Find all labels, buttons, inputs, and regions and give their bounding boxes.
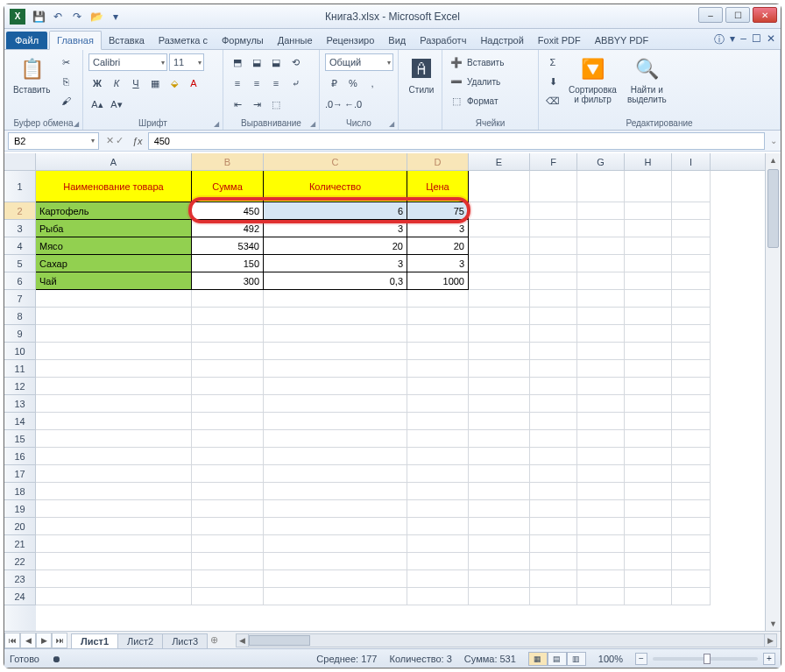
scroll-thumb[interactable]: [767, 169, 779, 248]
row-header[interactable]: 17: [4, 465, 36, 483]
cell[interactable]: [625, 588, 672, 605]
cell[interactable]: [36, 395, 192, 413]
cell[interactable]: [192, 570, 264, 588]
sheet-tab[interactable]: Лист3: [162, 633, 208, 648]
dialog-launcher-icon[interactable]: ◢: [389, 120, 394, 128]
row-header[interactable]: 19: [4, 500, 36, 518]
cell[interactable]: [407, 360, 469, 378]
cell[interactable]: [625, 171, 672, 202]
cell[interactable]: [625, 378, 672, 395]
cell[interactable]: [264, 588, 407, 605]
cell[interactable]: 75: [407, 202, 469, 220]
styles-button[interactable]: 🅰 Стили: [404, 53, 439, 96]
shrink-font-icon[interactable]: A▾: [108, 95, 125, 113]
cell[interactable]: [672, 518, 711, 535]
column-header[interactable]: C: [264, 153, 407, 170]
cell[interactable]: [407, 518, 469, 535]
cut-icon[interactable]: ✂: [57, 53, 74, 71]
cell[interactable]: [625, 325, 672, 343]
font-name-combo[interactable]: Calibri▾: [88, 53, 167, 71]
scroll-right-icon[interactable]: ▶: [764, 634, 776, 647]
row-header[interactable]: 8: [4, 308, 36, 325]
grow-font-icon[interactable]: A▴: [88, 95, 106, 113]
cell[interactable]: [577, 395, 625, 413]
cell[interactable]: [192, 343, 264, 360]
ribbon-tab-6[interactable]: Вид: [381, 32, 413, 49]
cell[interactable]: [469, 308, 530, 325]
bold-button[interactable]: Ж: [88, 74, 106, 92]
cell[interactable]: [36, 413, 192, 430]
row-header[interactable]: 20: [4, 518, 36, 535]
cell[interactable]: [469, 430, 530, 448]
doc-minimize-button[interactable]: –: [740, 32, 746, 47]
insert-cells-button[interactable]: Вставить: [467, 58, 504, 67]
qat-dropdown-icon[interactable]: ▾: [108, 9, 124, 25]
row-header[interactable]: 3: [4, 220, 36, 237]
cell[interactable]: [469, 272, 530, 290]
cell[interactable]: [264, 325, 407, 343]
fill-color-button[interactable]: ⬙: [166, 74, 183, 92]
cell[interactable]: [577, 535, 625, 553]
row-header[interactable]: 4: [4, 237, 36, 255]
cell[interactable]: [469, 483, 530, 500]
ribbon-tab-3[interactable]: Формулы: [215, 32, 271, 49]
cell[interactable]: [264, 290, 407, 308]
cell[interactable]: [530, 535, 577, 553]
cancel-icon[interactable]: ✕: [106, 135, 114, 146]
cell[interactable]: [469, 395, 530, 413]
doc-restore-button[interactable]: ☐: [752, 32, 761, 47]
cell[interactable]: [625, 413, 672, 430]
align-left-icon[interactable]: ≡: [229, 74, 246, 92]
cell[interactable]: [407, 395, 469, 413]
cell[interactable]: [672, 588, 711, 605]
ribbon-minimize-icon[interactable]: ▾: [730, 32, 735, 47]
formula-input[interactable]: 450: [148, 132, 765, 150]
cell[interactable]: [530, 448, 577, 465]
comma-icon[interactable]: ,: [364, 74, 381, 92]
dialog-launcher-icon[interactable]: ◢: [74, 120, 79, 128]
cell[interactable]: [625, 290, 672, 308]
cell[interactable]: [264, 570, 407, 588]
cell[interactable]: [469, 518, 530, 535]
align-middle-icon[interactable]: ⬓: [248, 53, 265, 71]
cell[interactable]: [530, 588, 577, 605]
cell[interactable]: [625, 570, 672, 588]
name-box[interactable]: B2▾: [8, 132, 99, 150]
ribbon-help-icon[interactable]: ⓘ: [714, 32, 725, 47]
row-header[interactable]: 5: [4, 255, 36, 272]
cell[interactable]: [192, 290, 264, 308]
row-header[interactable]: 1: [4, 171, 36, 202]
cell[interactable]: [407, 430, 469, 448]
cell[interactable]: Наименование товара: [36, 171, 192, 202]
cell[interactable]: [672, 378, 711, 395]
cell[interactable]: [625, 360, 672, 378]
redo-icon[interactable]: ↷: [69, 9, 85, 25]
cell[interactable]: [672, 237, 711, 255]
format-cells-icon[interactable]: ⬚: [448, 92, 465, 110]
cell[interactable]: 0,3: [264, 272, 407, 290]
column-header[interactable]: F: [530, 153, 577, 170]
row-header[interactable]: 9: [4, 325, 36, 343]
cell[interactable]: [577, 237, 625, 255]
column-header[interactable]: I: [672, 153, 711, 170]
cell[interactable]: [625, 553, 672, 570]
row-header[interactable]: 7: [4, 290, 36, 308]
cell[interactable]: [577, 448, 625, 465]
undo-icon[interactable]: ↶: [50, 9, 66, 25]
cell[interactable]: [469, 448, 530, 465]
cell[interactable]: [469, 360, 530, 378]
cell[interactable]: [672, 430, 711, 448]
column-header[interactable]: G: [577, 153, 625, 170]
cell[interactable]: 300: [192, 272, 264, 290]
view-layout-icon[interactable]: ▤: [548, 652, 567, 666]
cell[interactable]: [672, 395, 711, 413]
ribbon-tab-1[interactable]: Вставка: [102, 32, 152, 49]
cell[interactable]: [469, 237, 530, 255]
save-icon[interactable]: 💾: [31, 9, 46, 25]
hscroll-thumb[interactable]: [249, 635, 310, 646]
cell[interactable]: [625, 220, 672, 237]
cell[interactable]: [577, 360, 625, 378]
cell[interactable]: [672, 570, 711, 588]
align-center-icon[interactable]: ≡: [248, 74, 265, 92]
cell[interactable]: [264, 553, 407, 570]
